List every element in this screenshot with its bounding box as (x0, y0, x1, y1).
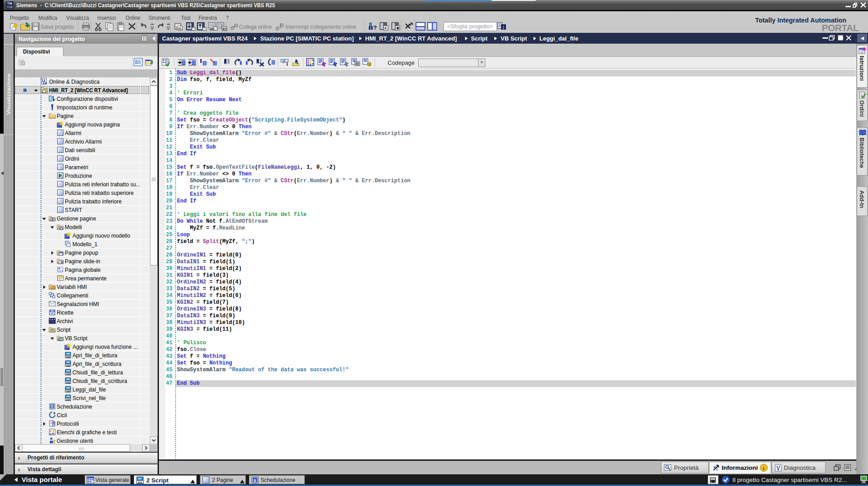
svg-text:101: 101 (138, 481, 143, 484)
svg-text:01: 01 (178, 27, 182, 30)
svg-text:?: ? (373, 24, 377, 31)
svg-text:i: i (716, 467, 718, 471)
svg-text:5: 5 (254, 478, 256, 483)
svg-text:VB: VB (138, 477, 142, 480)
svg-text:i: i (763, 465, 764, 471)
